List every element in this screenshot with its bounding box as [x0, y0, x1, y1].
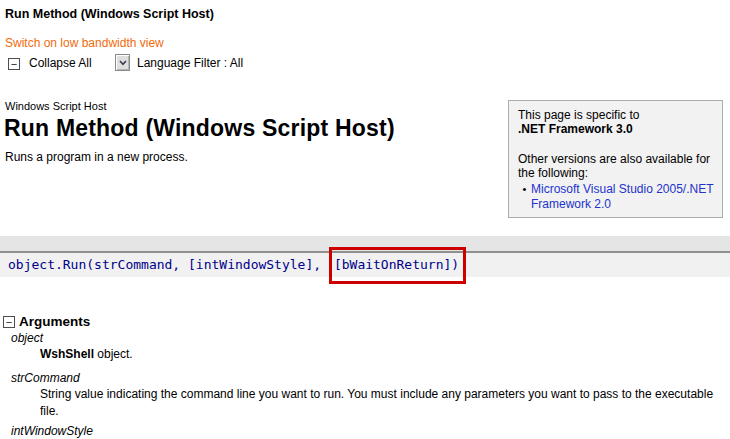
bullet-icon: •	[518, 182, 531, 212]
argument-desc-object-bold: WshShell	[40, 347, 94, 361]
argument-desc-strcommand: String value indicating the command line…	[40, 386, 730, 420]
collapse-all-minus-icon[interactable]: −	[8, 58, 20, 70]
breadcrumb-eyebrow: Windows Script Host	[5, 100, 106, 112]
annotation-highlight-box: [bWaitOnReturn])	[329, 247, 466, 284]
argument-term-intwindowstyle: intWindowStyle	[11, 424, 93, 438]
version-info-box: This page is specific to .NET Framework …	[508, 100, 723, 218]
collapse-all-button[interactable]: Collapse All	[29, 56, 92, 70]
other-versions-text: Other versions are also available for th…	[518, 152, 714, 180]
version-list-item: • Microsoft Visual Studio 2005/.NET Fram…	[518, 182, 714, 212]
language-filter-label: Language Filter : All	[137, 56, 243, 70]
low-bandwidth-link[interactable]: Switch on low bandwidth view	[5, 36, 164, 50]
article-summary: Runs a program in a new process.	[5, 150, 188, 164]
code-text: object.Run(strCommand, [intWindowStyle],	[8, 257, 329, 272]
version-link[interactable]: Microsoft Visual Studio 2005/.NET Framew…	[531, 182, 714, 212]
argument-desc-object: WshShell object.	[40, 346, 133, 363]
arguments-collapse-minus-icon[interactable]: −	[3, 316, 15, 328]
version-intro: This page is specific to	[518, 108, 714, 122]
chevron-down-icon	[119, 60, 127, 66]
argument-term-strcommand: strCommand	[11, 371, 80, 385]
syntax-code-line: object.Run(strCommand, [intWindowStyle],…	[0, 253, 730, 277]
page-title: Run Method (Windows Script Host)	[5, 7, 214, 21]
article-title: Run Method (Windows Script Host)	[4, 115, 395, 142]
documentation-page: Run Method (Windows Script Host) Switch …	[0, 0, 730, 439]
syntax-block: object.Run(strCommand, [intWindowStyle],…	[0, 236, 730, 277]
argument-term-object: object	[11, 331, 43, 345]
arguments-section-title: Arguments	[19, 314, 90, 329]
language-filter-dropdown[interactable]	[115, 54, 130, 71]
argument-desc-object-rest: object.	[94, 347, 133, 361]
version-framework: .NET Framework 3.0	[518, 122, 714, 136]
